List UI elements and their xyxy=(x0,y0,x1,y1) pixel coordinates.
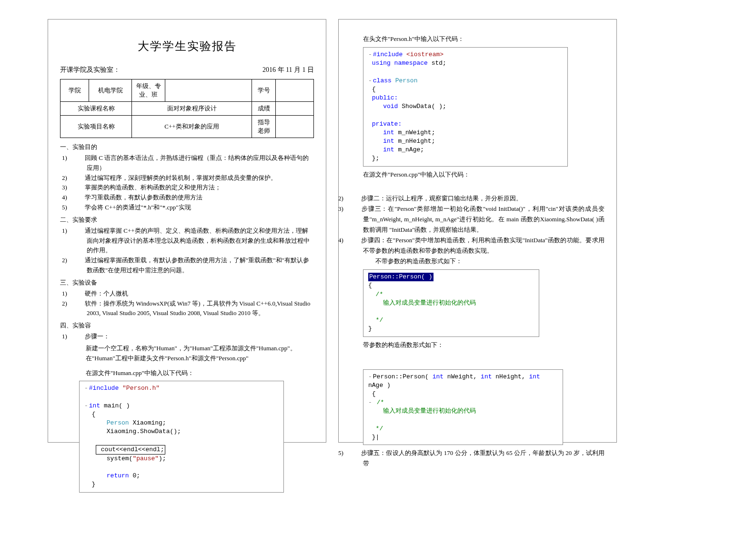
cell: 学院 xyxy=(60,79,89,102)
cell xyxy=(165,79,252,102)
code: nAge ) xyxy=(368,382,391,389)
list-item: 4)学习重载函数，有默认参数函数的使用方法 xyxy=(74,193,314,203)
code: }; xyxy=(372,155,380,162)
code-block-3: Person::Person( ) { /* 输入对成员变量进行初始化的代码 *… xyxy=(363,269,539,336)
code: void xyxy=(383,103,402,110)
step1-a: 新建一个空工程，名称为"Human"，为"Human"工程添加源文件"Human… xyxy=(60,344,314,354)
list-item: 2)通过编写程序，深刻理解类的封装机制，掌握对类部成员变量的保护。 xyxy=(74,173,314,183)
code: Xiaoming.ShowData(); xyxy=(107,428,181,435)
code: int xyxy=(481,373,495,380)
code: Person xyxy=(395,77,418,84)
code: 0; xyxy=(132,472,140,479)
subhead-left: 开课学院及实验室： xyxy=(60,66,120,74)
code: "Person.h" xyxy=(122,385,160,392)
list-item: 1)回顾 C 语言的基本语法点，并熟练进行编程（重点：结构体的应用以及各种语句的… xyxy=(74,153,314,173)
right-steps: 2)步骤二：运行以上程序，观察窗口输出结果，并分析原因。 3)步骤三：在"Per… xyxy=(351,193,605,267)
info-table: 学院 机电学院 年级、专业、班 学号 实验课程名称 面对对象程序设计 成绩 实验… xyxy=(60,79,314,138)
code: using namespace xyxy=(372,59,432,67)
text: 回顾 C 语言的基本语法点，并熟练进行编程（重点：结构体的应用以及各种语句的应用… xyxy=(85,154,309,171)
code-block-4: -Person::Person( int nWeight, int nHeigh… xyxy=(363,369,563,445)
cell: 机电学院 xyxy=(89,79,132,102)
list-item: 3)步骤三：在"Person"类部增加一初始化函数"void InitData(… xyxy=(351,204,605,235)
code: 输入对成员变量进行初始化的代码 xyxy=(383,407,476,415)
text: 掌握类的构造函数、析构函数的定义和使用方法； xyxy=(85,184,221,191)
list-item: 5)步骤五：假设人的身高默认为 170 公分，体重默认为 65 公斤，年龄默认为… xyxy=(351,448,605,469)
code: } xyxy=(92,481,96,488)
cell: 实验课程名称 xyxy=(60,102,132,116)
list-4: 1)步骤一： xyxy=(60,332,314,342)
page-right: 在头文件"Person.h"中输入以下代码： -#include <iostre… xyxy=(338,19,617,443)
code: Person::Person( xyxy=(373,373,433,380)
code: { xyxy=(368,282,372,289)
cell: 指导老师 xyxy=(252,116,276,138)
right-para-1: 在头文件"Person.h"中输入以下代码： xyxy=(351,34,605,44)
cell xyxy=(276,102,314,116)
code-block-1: -#include "Person.h" -int main( ) { Pers… xyxy=(79,381,284,492)
cell: C++类和对象的应用 xyxy=(132,116,252,138)
subhead-right: 2016 年 11 月 1 日 xyxy=(262,66,314,74)
code: m_nWeight; xyxy=(398,129,435,136)
cell: 年级、专业、班 xyxy=(132,79,165,102)
code: } xyxy=(368,325,372,332)
cell xyxy=(276,79,314,102)
list-item: 1)通过编程掌握 C++类的声明、定义、构造函数、析构函数的定义和使用方法，理解… xyxy=(74,226,314,256)
cell xyxy=(276,116,314,138)
cell: 成绩 xyxy=(252,102,276,116)
code: private: xyxy=(372,120,402,128)
text: 通过编写程序，深刻理解类的封装机制，掌握对类部成员变量的保护。 xyxy=(85,174,277,181)
text: 硬件：个人微机 xyxy=(85,290,128,297)
text: 步骤五：假设人的身高默认为 170 公分，体重默认为 65 公斤，年龄默认为 2… xyxy=(361,449,605,467)
list-1: 1)回顾 C 语言的基本语法点，并熟练进行编程（重点：结构体的应用以及各种语句的… xyxy=(60,153,314,213)
text: 通过编程掌握函数重载，有默认参数函数的使用方法，了解"重载函数"和"有默认参数函… xyxy=(85,257,309,274)
code: public: xyxy=(372,94,398,101)
subheading-row: 开课学院及实验室： 2016 年 11 月 1 日 xyxy=(60,66,314,74)
text: 不带参数的构造函数形式如下： xyxy=(363,256,605,267)
cell: 学号 xyxy=(252,79,276,102)
text: 步骤三：在"Person"类部增加一初始化函数"void InitData()"… xyxy=(361,205,605,233)
step1-b: 在"Human"工程中新建头文件"Person.h"和源文件"Person.cp… xyxy=(60,354,314,364)
text: 通过编程掌握 C++类的声明、定义、构造函数、析构函数的定义和使用方法，理解面向… xyxy=(85,227,310,254)
code: { xyxy=(372,390,376,397)
code: m_nAge; xyxy=(398,146,424,153)
code: m_nHeight; xyxy=(398,138,435,145)
code: ); xyxy=(159,455,166,462)
list-item: 4)步骤四：在"Person"类中增加构造函数，利用构造函数实现"InitDat… xyxy=(351,235,605,267)
text: 学会将 C++的类通过"*.h"和"*.cpp"实现 xyxy=(85,204,191,211)
text: 步骤四：在"Person"类中增加构造函数，利用构造函数实现"InitData"… xyxy=(361,237,605,254)
code: /* xyxy=(376,291,383,298)
code: <iostream> xyxy=(406,51,444,58)
code: int xyxy=(529,373,540,380)
code: }| xyxy=(372,434,380,441)
code: cout<<endl<<endl; xyxy=(101,446,164,453)
code: 输入对成员变量进行初始化的代码 xyxy=(383,299,476,307)
code: nHeight, xyxy=(495,373,529,380)
cell: 面对对象程序设计 xyxy=(132,102,252,116)
code: Xiaoming; xyxy=(132,419,166,426)
code: ShowData( ); xyxy=(402,103,446,110)
text: 软件：操作系统为 WindowsXP(或 Win7 等)，工具软件为 Visua… xyxy=(85,300,311,317)
code: Person xyxy=(107,419,133,426)
list-3: 1)硬件：个人微机 2)软件：操作系统为 WindowsXP(或 Win7 等)… xyxy=(60,289,314,318)
text: 学习重载函数，有默认参数函数的使用方法 xyxy=(85,194,202,201)
code: int xyxy=(383,146,398,153)
text: 步骤一： xyxy=(85,333,110,340)
list-item: 2)通过编程掌握函数重载，有默认参数函数的使用方法，了解"重载函数"和"有默认参… xyxy=(74,256,314,276)
list-2: 1)通过编程掌握 C++类的声明、定义、构造函数、析构函数的定义和使用方法，理解… xyxy=(60,226,314,276)
section-4: 四、实验容 xyxy=(60,321,314,330)
section-3: 三、实验设备 xyxy=(60,278,314,287)
code: int xyxy=(383,138,398,145)
code: /* xyxy=(377,399,384,406)
page-left: 大学学生实验报告 开课学院及实验室： 2016 年 11 月 1 日 学院 机电… xyxy=(48,19,326,443)
text: 步骤二：运行以上程序，观察窗口输出结果，并分析原因。 xyxy=(361,195,522,202)
list-item: 2)软件：操作系统为 WindowsXP(或 Win7 等)，工具软件为 Vis… xyxy=(74,299,314,319)
code: #include xyxy=(89,385,122,392)
code: */ xyxy=(376,425,383,432)
code: Person::Person( ) xyxy=(369,273,433,280)
code: { xyxy=(372,86,376,93)
right-steps-cont: 5)步骤五：假设人的身高默认为 170 公分，体重默认为 65 公斤，年龄默认为… xyxy=(351,448,605,469)
code: int xyxy=(89,402,104,409)
code: std; xyxy=(432,59,446,67)
right-para-3: 带参数的构造函数形式如下： xyxy=(351,340,605,350)
section-2: 二、实验要求 xyxy=(60,216,314,224)
code: system( xyxy=(107,455,133,462)
